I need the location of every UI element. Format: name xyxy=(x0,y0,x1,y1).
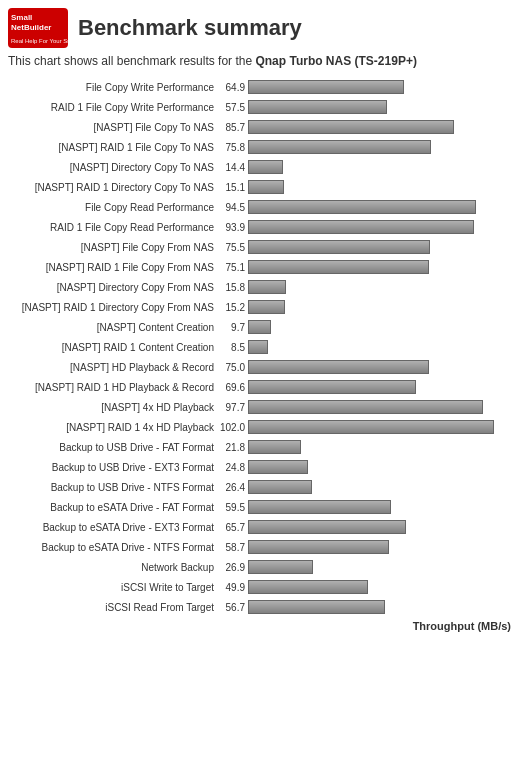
chart-rows: File Copy Write Performance64.9RAID 1 Fi… xyxy=(8,78,513,616)
bar xyxy=(248,260,429,274)
row-value: 26.4 xyxy=(218,482,248,493)
row-label: Backup to USB Drive - FAT Format xyxy=(8,442,218,453)
bar-area xyxy=(248,420,513,434)
row-value: 64.9 xyxy=(218,82,248,93)
bar-area xyxy=(248,560,513,574)
bar xyxy=(248,160,283,174)
bar xyxy=(248,380,416,394)
bar xyxy=(248,240,430,254)
svg-text:Small: Small xyxy=(11,13,32,22)
row-value: 75.5 xyxy=(218,242,248,253)
row-value: 75.1 xyxy=(218,262,248,273)
chart-row: Backup to eSATA Drive - FAT Format59.5 xyxy=(8,498,513,516)
chart-row: Backup to USB Drive - NTFS Format26.4 xyxy=(8,478,513,496)
row-label: [NASPT] RAID 1 File Copy From NAS xyxy=(8,262,218,273)
bar xyxy=(248,560,313,574)
chart-row: RAID 1 File Copy Write Performance57.5 xyxy=(8,98,513,116)
row-value: 75.0 xyxy=(218,362,248,373)
site-logo: Small NetBuilder Real Help For Your Smal… xyxy=(8,8,68,48)
row-value: 56.7 xyxy=(218,602,248,613)
row-value: 75.8 xyxy=(218,142,248,153)
row-value: 24.8 xyxy=(218,462,248,473)
row-label: [NASPT] 4x HD Playback xyxy=(8,402,218,413)
bar-area xyxy=(248,120,513,134)
row-label: Backup to USB Drive - NTFS Format xyxy=(8,482,218,493)
row-value: 21.8 xyxy=(218,442,248,453)
bar-area xyxy=(248,340,513,354)
bar xyxy=(248,120,454,134)
bar xyxy=(248,360,429,374)
chart-row: RAID 1 File Copy Read Performance93.9 xyxy=(8,218,513,236)
row-label: Backup to eSATA Drive - FAT Format xyxy=(8,502,218,513)
row-value: 15.1 xyxy=(218,182,248,193)
row-label: Backup to eSATA Drive - EXT3 Format xyxy=(8,522,218,533)
row-label: [NASPT] RAID 1 Directory Copy To NAS xyxy=(8,182,218,193)
bar-area xyxy=(248,460,513,474)
bar xyxy=(248,80,404,94)
row-label: Backup to eSATA Drive - NTFS Format xyxy=(8,542,218,553)
row-label: File Copy Write Performance xyxy=(8,82,218,93)
row-label: iSCSI Write to Target xyxy=(8,582,218,593)
row-label: RAID 1 File Copy Write Performance xyxy=(8,102,218,113)
bar xyxy=(248,420,494,434)
row-label: iSCSI Read From Target xyxy=(8,602,218,613)
chart-row: [NASPT] RAID 1 Content Creation8.5 xyxy=(8,338,513,356)
bar-area xyxy=(248,200,513,214)
row-value: 57.5 xyxy=(218,102,248,113)
row-label: [NASPT] RAID 1 File Copy To NAS xyxy=(8,142,218,153)
row-label: [NASPT] HD Playback & Record xyxy=(8,362,218,373)
row-label: RAID 1 File Copy Read Performance xyxy=(8,222,218,233)
chart-row: [NASPT] Content Creation9.7 xyxy=(8,318,513,336)
chart-row: [NASPT] RAID 1 Directory Copy From NAS15… xyxy=(8,298,513,316)
row-label: [NASPT] RAID 1 Directory Copy From NAS xyxy=(8,302,218,313)
bar xyxy=(248,200,476,214)
bar-area xyxy=(248,360,513,374)
row-value: 59.5 xyxy=(218,502,248,513)
row-label: [NASPT] File Copy From NAS xyxy=(8,242,218,253)
chart-row: File Copy Write Performance64.9 xyxy=(8,78,513,96)
row-value: 69.6 xyxy=(218,382,248,393)
axis-label: Throughput (MB/s) xyxy=(8,620,513,632)
bar-area xyxy=(248,240,513,254)
bar xyxy=(248,540,389,554)
bar-area xyxy=(248,440,513,454)
bar xyxy=(248,340,268,354)
chart-row: Backup to eSATA Drive - EXT3 Format65.7 xyxy=(8,518,513,536)
row-label: File Copy Read Performance xyxy=(8,202,218,213)
bar-area xyxy=(248,140,513,154)
chart-row: [NASPT] RAID 1 File Copy From NAS75.1 xyxy=(8,258,513,276)
bar-area xyxy=(248,220,513,234)
row-label: [NASPT] Content Creation xyxy=(8,322,218,333)
bar-area xyxy=(248,600,513,614)
chart-row: [NASPT] 4x HD Playback97.7 xyxy=(8,398,513,416)
row-label: Network Backup xyxy=(8,562,218,573)
bar-area xyxy=(248,400,513,414)
row-value: 9.7 xyxy=(218,322,248,333)
bar-area xyxy=(248,100,513,114)
bar xyxy=(248,600,385,614)
bar xyxy=(248,500,391,514)
subtitle-prefix: This chart shows all benchmark results f… xyxy=(8,54,255,68)
subtitle: This chart shows all benchmark results f… xyxy=(8,54,513,68)
bar xyxy=(248,320,271,334)
bar-area xyxy=(248,160,513,174)
bar xyxy=(248,580,368,594)
svg-text:Real Help For Your Small Netwo: Real Help For Your Small Network xyxy=(11,38,68,44)
chart-row: [NASPT] File Copy From NAS75.5 xyxy=(8,238,513,256)
chart-row: [NASPT] RAID 1 File Copy To NAS75.8 xyxy=(8,138,513,156)
chart-row: Backup to USB Drive - FAT Format21.8 xyxy=(8,438,513,456)
svg-text:NetBuilder: NetBuilder xyxy=(11,23,51,32)
bar xyxy=(248,460,308,474)
chart-row: [NASPT] RAID 1 HD Playback & Record69.6 xyxy=(8,378,513,396)
bar-area xyxy=(248,500,513,514)
row-label: [NASPT] RAID 1 HD Playback & Record xyxy=(8,382,218,393)
bar xyxy=(248,300,285,314)
row-value: 26.9 xyxy=(218,562,248,573)
bar-area xyxy=(248,300,513,314)
bar xyxy=(248,480,312,494)
chart-row: iSCSI Write to Target49.9 xyxy=(8,578,513,596)
bar xyxy=(248,220,474,234)
row-label: [NASPT] File Copy To NAS xyxy=(8,122,218,133)
chart-row: Network Backup26.9 xyxy=(8,558,513,576)
bar xyxy=(248,180,284,194)
